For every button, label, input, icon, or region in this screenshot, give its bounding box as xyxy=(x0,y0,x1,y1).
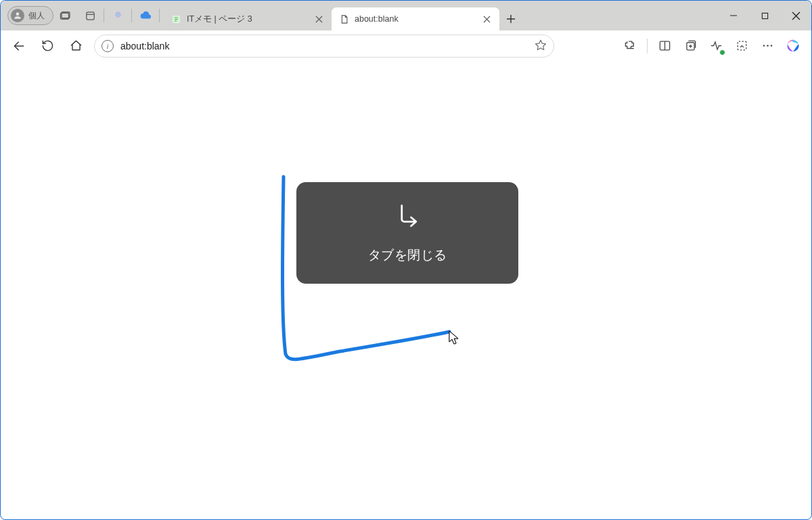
toolbar: i xyxy=(1,30,811,62)
svg-rect-12 xyxy=(762,13,767,18)
cloud-icon[interactable] xyxy=(133,3,158,28)
refresh-button[interactable] xyxy=(35,33,60,59)
gesture-hint-label: タブを閉じる xyxy=(368,246,447,264)
svg-marker-16 xyxy=(536,40,546,49)
profile-button[interactable]: 個人 xyxy=(7,6,53,25)
window-controls xyxy=(718,1,811,30)
svg-point-23 xyxy=(763,45,765,47)
page-favicon-icon xyxy=(338,14,349,24)
svg-point-25 xyxy=(770,45,772,47)
site-favicon-icon xyxy=(171,14,181,24)
menu-icon[interactable] xyxy=(754,33,780,59)
tab-itmemo[interactable]: ITメモ | ページ 3 xyxy=(164,7,332,30)
close-tab-icon[interactable] xyxy=(313,13,325,25)
copilot-small-icon[interactable] xyxy=(106,3,130,28)
maximize-button[interactable] xyxy=(749,1,780,30)
copilot-icon[interactable] xyxy=(780,33,806,59)
address-bar[interactable]: i xyxy=(94,35,554,58)
page-viewport: タブを閉じる xyxy=(1,62,811,519)
url-input[interactable] xyxy=(120,41,528,51)
svg-rect-2 xyxy=(86,12,93,19)
close-window-button[interactable] xyxy=(780,1,811,30)
status-dot-icon xyxy=(719,49,725,56)
titlebar: 個人 ITメモ | ページ 3 about:blank xyxy=(1,1,811,30)
tab-title: about:blank xyxy=(355,14,475,24)
separator xyxy=(131,9,132,22)
collections-icon[interactable] xyxy=(677,33,703,59)
back-button[interactable] xyxy=(6,33,32,59)
extensions-icon[interactable] xyxy=(617,33,643,59)
cursor-icon xyxy=(449,330,459,348)
screenshot-icon[interactable] xyxy=(729,33,754,59)
minimize-button[interactable] xyxy=(718,1,749,30)
split-screen-icon[interactable] xyxy=(652,33,677,59)
site-info-icon[interactable]: i xyxy=(102,40,114,52)
down-right-arrow-icon xyxy=(392,202,422,234)
gesture-hint-popup: タブを閉じる xyxy=(296,182,518,284)
toolbar-right xyxy=(617,33,806,59)
svg-point-24 xyxy=(767,45,769,47)
home-button[interactable] xyxy=(63,33,89,59)
tab-aboutblank[interactable]: about:blank xyxy=(332,7,499,30)
close-tab-icon[interactable] xyxy=(480,13,493,25)
person-icon xyxy=(11,9,24,22)
tab-strip: ITメモ | ページ 3 about:blank xyxy=(164,1,522,30)
separator xyxy=(159,9,160,22)
performance-icon[interactable] xyxy=(703,33,729,59)
favorite-icon[interactable] xyxy=(535,39,547,53)
separator xyxy=(104,9,104,22)
new-tab-button[interactable] xyxy=(499,7,522,30)
workspaces-icon[interactable] xyxy=(53,3,78,28)
profile-label: 個人 xyxy=(28,10,45,22)
tab-actions-icon[interactable] xyxy=(78,3,102,28)
separator xyxy=(647,39,648,53)
tab-title: ITメモ | ページ 3 xyxy=(187,14,307,25)
